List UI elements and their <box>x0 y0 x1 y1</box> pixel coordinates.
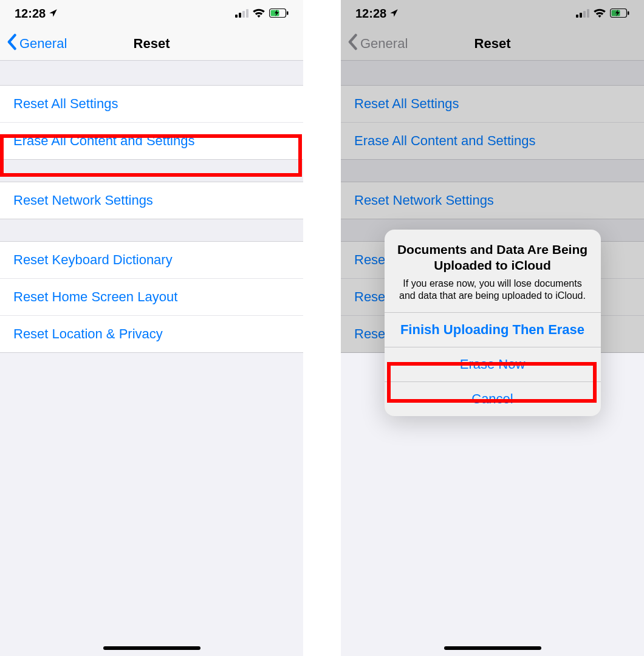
signal-icon <box>235 7 248 21</box>
row-reset-home-screen[interactable]: Reset Home Screen Layout <box>0 279 303 316</box>
back-button[interactable]: General <box>0 33 67 54</box>
svg-rect-13 <box>628 11 629 15</box>
location-icon <box>49 7 58 21</box>
chevron-left-icon <box>347 33 358 54</box>
back-label: General <box>360 36 408 52</box>
nav-bar: General Reset <box>341 27 644 61</box>
dialog-button-erase-now[interactable]: Erase Now <box>385 347 601 381</box>
wifi-icon <box>252 7 265 21</box>
row-erase-all-content[interactable]: Erase All Content and Settings <box>0 123 303 159</box>
row-reset-keyboard[interactable]: Reset Keyboard Dictionary <box>0 242 303 279</box>
svg-rect-2 <box>242 11 245 18</box>
row-reset-network[interactable]: Reset Network Settings <box>0 182 303 219</box>
alert-dialog: Documents and Data Are Being Uploaded to… <box>385 230 601 416</box>
status-bar: 12:28 <box>341 0 644 27</box>
nav-bar: General Reset <box>0 27 303 61</box>
nav-title: Reset <box>134 36 170 52</box>
status-time: 12:28 <box>15 7 46 21</box>
row-erase-all-content[interactable]: Erase All Content and Settings <box>341 123 644 159</box>
row-reset-network[interactable]: Reset Network Settings <box>341 182 644 219</box>
phone-screen-right: 12:28 <box>341 0 644 656</box>
battery-icon <box>269 7 289 21</box>
row-reset-all-settings[interactable]: Reset All Settings <box>341 86 644 123</box>
back-label: General <box>19 36 67 52</box>
battery-icon <box>610 7 629 21</box>
chevron-left-icon <box>6 33 17 54</box>
status-time: 12:28 <box>355 7 386 21</box>
back-button[interactable]: General <box>341 33 408 54</box>
svg-rect-6 <box>287 11 289 15</box>
svg-rect-3 <box>246 9 248 18</box>
wifi-icon <box>593 7 606 21</box>
svg-rect-9 <box>583 11 586 18</box>
dialog-title: Documents and Data Are Being Uploaded to… <box>396 242 590 274</box>
svg-rect-1 <box>239 13 241 18</box>
dialog-button-finish-uploading[interactable]: Finish Uploading Then Erase <box>385 312 601 347</box>
settings-content: Reset All Settings Erase All Content and… <box>0 61 303 353</box>
svg-rect-7 <box>576 15 578 18</box>
location-icon <box>389 7 399 21</box>
status-bar: 12:28 <box>0 0 303 27</box>
home-indicator[interactable] <box>103 646 200 650</box>
svg-rect-0 <box>235 15 238 18</box>
home-indicator[interactable] <box>444 646 541 650</box>
signal-icon <box>576 7 589 21</box>
dialog-message: If you erase now, you will lose document… <box>396 278 590 303</box>
svg-rect-10 <box>587 9 589 18</box>
nav-title: Reset <box>474 36 511 52</box>
dialog-button-cancel[interactable]: Cancel <box>385 381 601 416</box>
svg-rect-8 <box>580 13 582 18</box>
phone-screen-left: 12:28 <box>0 0 303 656</box>
row-reset-all-settings[interactable]: Reset All Settings <box>0 86 303 123</box>
row-reset-location-privacy[interactable]: Reset Location & Privacy <box>0 316 303 352</box>
